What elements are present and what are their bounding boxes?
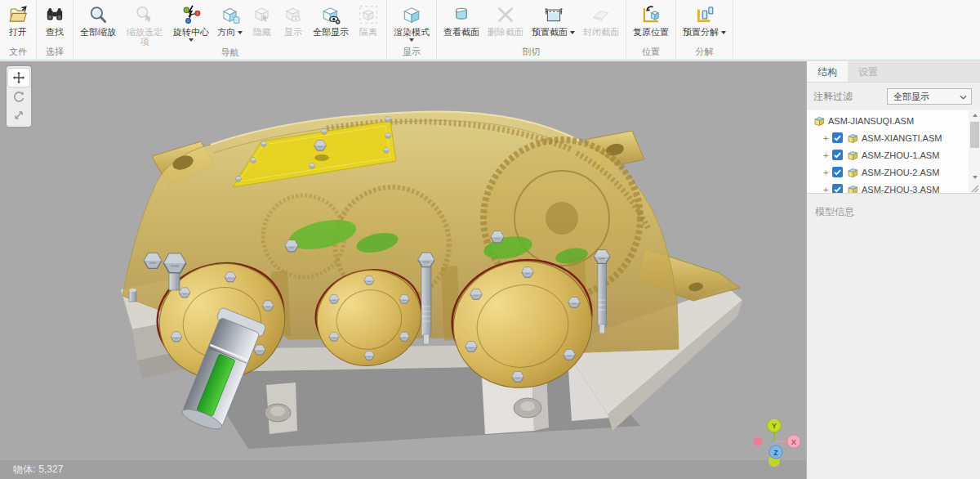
toolbar-button-show: 显示 — [278, 2, 309, 37]
status-bar: 物体:5,327 — [0, 460, 806, 479]
toolbar-button-label: 全部显示 — [313, 27, 349, 37]
toolbar-button-label: 旋转中心 — [173, 27, 209, 37]
tree-root-item[interactable]: ASM-JIANSUQI.ASM — [807, 112, 969, 129]
panel-tabs: 结构 设置 — [807, 61, 980, 83]
tree-item[interactable]: +ASM-ZHOU-1.ASM — [807, 146, 969, 163]
axis-neg-x-ball — [754, 437, 763, 446]
toolbar-button-open[interactable]: 打开 — [2, 2, 33, 37]
visibility-checkbox[interactable] — [832, 167, 843, 177]
tab-structure[interactable]: 结构 — [807, 61, 848, 82]
toolbar-button-spin-center[interactable]: 旋转中心 — [169, 2, 213, 44]
toolbar-button-label: 查找 — [43, 27, 66, 37]
toolbar-button-label: 打开 — [7, 27, 29, 37]
toolbar-button-label: 隔离 — [357, 27, 380, 37]
toolbar-group: 预置分解分解 — [676, 0, 733, 60]
tree-scrollbar — [969, 110, 980, 194]
toolbar-button-find[interactable]: 查找 — [39, 2, 70, 37]
toolbar-group: 查找选择 — [37, 0, 74, 60]
toolbar-button-zoom-all[interactable]: 全部缩放 — [76, 2, 120, 37]
scroll-up-button[interactable] — [969, 110, 980, 120]
ribbon-toolbar: 打开文件查找选择全部缩放缩放选定项旋转中心方向隐藏显示全部显示隔离导航渲染模式显… — [0, 0, 980, 60]
zoom-selected-icon — [134, 4, 155, 25]
visibility-checkbox[interactable] — [832, 184, 843, 194]
toolbar-button-closed-section: 封闭截面 — [579, 2, 623, 37]
scroll-down-button[interactable] — [969, 172, 980, 182]
toolbar-group: 全部缩放缩放选定项旋转中心方向隐藏显示全部显示隔离导航 — [74, 0, 387, 60]
visibility-checkbox[interactable] — [832, 150, 843, 160]
annotation-filter-row: 注释过滤 全部显示 — [807, 83, 980, 110]
tree-expand-icon[interactable]: + — [823, 185, 832, 195]
tab-settings[interactable]: 设置 — [848, 61, 889, 82]
toolbar-group-label: 剖切 — [439, 46, 623, 60]
tree-expand-icon[interactable]: + — [823, 168, 832, 177]
tree-item[interactable]: +ASM-ZHOU-3.ASM — [807, 181, 969, 194]
orientation-icon — [220, 4, 241, 25]
toolbar-button-orientation[interactable]: 方向 — [213, 2, 247, 37]
toolbar-button-restore-position[interactable]: 复原位置 — [629, 2, 673, 37]
zoom-all-icon — [87, 4, 109, 25]
toolbar-button-render-mode[interactable]: 渲染模式 — [390, 2, 434, 44]
annotation-filter-label: 注释过滤 — [813, 91, 853, 102]
toolbar-group: 打开文件 — [0, 0, 37, 60]
isolate-icon — [358, 4, 379, 25]
tree-item[interactable]: +ASM-XIANGTI.ASM — [807, 129, 969, 146]
hide-icon — [252, 4, 273, 25]
restore-position-icon — [640, 4, 662, 25]
main-area: 物体:5,327 Y X Z 结构 设置 注释过滤 — [0, 61, 980, 479]
dropdown-caret-icon — [570, 31, 575, 37]
tree-item[interactable]: +ASM-ZHOU-2.ASM — [807, 163, 969, 181]
toolbar-button-hide: 隐藏 — [247, 2, 278, 37]
resize-grip-icon[interactable] — [969, 183, 980, 193]
dropdown-caret-icon — [189, 38, 194, 44]
toolbar-group: 渲染模式显示 — [387, 0, 437, 60]
dropdown-caret-icon — [238, 31, 243, 37]
status-objects-value: 5,327 — [38, 463, 63, 475]
toolbar-button-label: 封闭截面 — [583, 27, 619, 37]
toolbar-group-label: 位置 — [629, 46, 673, 60]
toolbar-button-label: 渲染模式 — [394, 27, 430, 37]
dropdown-caret-icon — [721, 31, 726, 37]
toolbar-button-preset-explode[interactable]: 预置分解 — [679, 2, 730, 37]
model-info-label: 模型信息 — [807, 195, 862, 229]
assembly-icon — [846, 183, 859, 195]
axis-x-label: X — [791, 438, 796, 446]
delete-section-icon — [495, 4, 516, 25]
closed-section-icon — [590, 4, 612, 25]
pan-icon — [12, 71, 25, 84]
toolbar-button-view-section[interactable]: 查看截面 — [439, 2, 483, 37]
toolbar-button-label: 方向 — [217, 27, 243, 37]
toolbar-group-label: 选择 — [39, 46, 70, 60]
toolbar-button-label: 查看截面 — [443, 27, 479, 37]
tree-item-label[interactable]: ASM-ZHOU-3.ASM — [862, 185, 939, 195]
status-objects-label: 物体: — [13, 463, 35, 475]
toolbar-button-label: 删除截面 — [488, 27, 523, 37]
toolbar-button-label: 预置分解 — [683, 27, 726, 37]
pan-button[interactable] — [8, 69, 29, 87]
toolbar-button-label: 显示 — [282, 27, 305, 37]
tree-expand-icon[interactable]: + — [823, 133, 832, 143]
toolbar-button-preset-section[interactable]: 预置截面 — [528, 2, 579, 37]
viewport-canvas[interactable]: 物体:5,327 Y X Z — [0, 61, 806, 479]
toolbar-group-label: 文件 — [2, 46, 33, 60]
orientation-triad[interactable]: Y X Z — [735, 419, 807, 479]
zoom-button[interactable] — [8, 106, 29, 124]
rotate-button[interactable] — [8, 87, 29, 105]
spin-center-icon — [180, 4, 202, 25]
toolbar-button-show-all[interactable]: 全部显示 — [309, 2, 353, 37]
scroll-thumb[interactable] — [970, 122, 979, 148]
toolbar-button-label: 隐藏 — [251, 27, 274, 37]
visibility-checkbox[interactable] — [832, 132, 843, 143]
show-icon — [283, 4, 304, 25]
assembly-icon — [813, 114, 826, 128]
assembly-icon — [846, 166, 859, 179]
creo-view-window: 打开文件查找选择全部缩放缩放选定项旋转中心方向隐藏显示全部显示隔离导航渲染模式显… — [0, 0, 980, 479]
tree-expand-icon[interactable]: + — [823, 150, 832, 160]
tree-item-label[interactable]: ASM-ZHOU-1.ASM — [862, 150, 939, 160]
assembly-icon — [846, 149, 859, 162]
toolbar-button-label: 缩放选定项 — [124, 27, 165, 47]
annotation-filter-dropdown[interactable]: 全部显示 — [887, 88, 972, 105]
rotate-icon — [12, 90, 25, 103]
tree-item-label[interactable]: ASM-XIANGTI.ASM — [862, 133, 942, 143]
tree-item-label[interactable]: ASM-ZHOU-2.ASM — [862, 168, 939, 177]
gearbox-model — [0, 61, 806, 479]
